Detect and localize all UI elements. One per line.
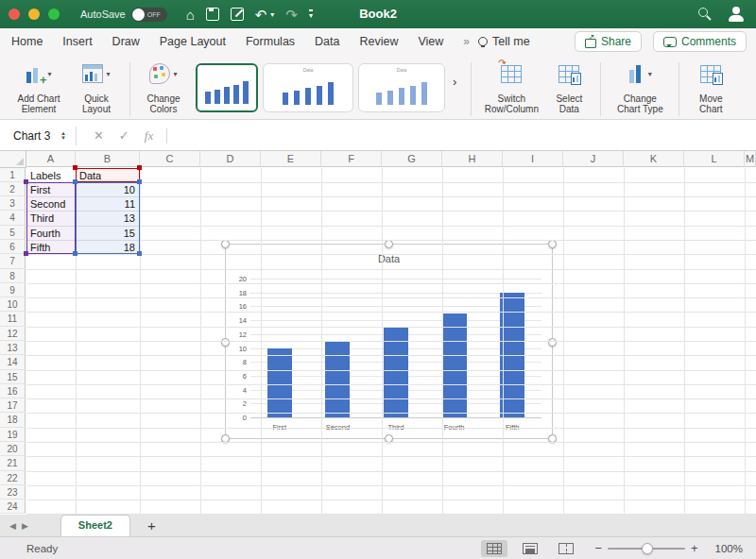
zoom-in-button[interactable]: + [691, 541, 698, 555]
cell-A2[interactable]: First [30, 183, 71, 197]
column-header-M[interactable]: M [745, 151, 756, 167]
comments-button[interactable]: Comments [653, 31, 747, 52]
search-icon[interactable] [698, 8, 713, 22]
column-header-C[interactable]: C [140, 151, 200, 167]
tab-home[interactable]: Home [11, 35, 43, 48]
row-header-2[interactable]: 2 [0, 182, 26, 196]
row-header-19[interactable]: 19 [0, 428, 26, 442]
column-header-E[interactable]: E [261, 151, 321, 167]
cancel-icon[interactable]: ✕ [94, 128, 104, 143]
cell-B3[interactable]: 11 [79, 197, 135, 212]
cell-B2[interactable]: 10 [79, 183, 135, 197]
column-header-B[interactable]: B [76, 151, 140, 167]
row-header-22[interactable]: 22 [0, 471, 26, 485]
range-handle[interactable] [24, 179, 28, 184]
row-header-8[interactable]: 8 [0, 269, 26, 283]
row-header-12[interactable]: 12 [0, 327, 26, 341]
add-sheet-button[interactable]: + [147, 518, 156, 533]
tab-insert[interactable]: Insert [62, 35, 92, 48]
tab-formulas[interactable]: Formulas [246, 35, 295, 48]
range-handle[interactable] [137, 179, 142, 184]
range-handle[interactable] [24, 251, 28, 256]
switch-row-column-button[interactable]: Switch Row/Column [478, 59, 544, 119]
toolbar-overflow-icon[interactable]: ▾ [309, 9, 313, 19]
row-header-3[interactable]: 3 [0, 196, 26, 211]
column-header-L[interactable]: L [684, 151, 745, 167]
cell-B1[interactable]: Data [79, 169, 135, 183]
name-box[interactable]: Chart 3 [13, 129, 57, 143]
minimize-window-button[interactable] [28, 8, 40, 20]
column-header-I[interactable]: I [503, 151, 563, 167]
range-handle[interactable] [73, 251, 77, 256]
zoom-slider[interactable] [608, 548, 685, 550]
column-header-J[interactable]: J [563, 151, 624, 167]
row-header-20[interactable]: 20 [0, 442, 26, 456]
range-handle[interactable] [73, 179, 77, 184]
chart-resize-handle[interactable] [221, 240, 230, 248]
tab-draw[interactable]: Draw [112, 35, 140, 48]
select-data-button[interactable]: Select Data [544, 59, 593, 119]
chart-style-2[interactable]: Data [263, 63, 353, 112]
row-header-23[interactable]: 23 [0, 485, 26, 500]
row-header-4[interactable]: 4 [0, 211, 26, 225]
account-avatar-icon[interactable] [728, 7, 745, 22]
column-header-D[interactable]: D [200, 151, 261, 167]
range-handle[interactable] [137, 251, 142, 256]
home-icon[interactable]: ⌂ [186, 8, 195, 22]
fullscreen-window-button[interactable] [48, 8, 60, 20]
chart-resize-handle[interactable] [385, 240, 393, 248]
close-window-button[interactable] [9, 8, 20, 20]
select-all-corner[interactable] [0, 151, 26, 168]
row-header-16[interactable]: 16 [0, 384, 26, 398]
name-box-stepper[interactable]: ▲ ▼ [60, 131, 66, 141]
row-header-10[interactable]: 10 [0, 297, 26, 312]
row-header-17[interactable]: 17 [0, 398, 26, 413]
worksheet-grid[interactable]: Data 02468101214161820FirstSecondThirdFo… [0, 151, 756, 515]
undo-icon[interactable]: ↶ [255, 8, 267, 22]
cell-A4[interactable]: Third [30, 212, 71, 226]
insert-function-icon[interactable]: fx [145, 128, 153, 144]
column-header-F[interactable]: F [321, 151, 382, 167]
nav-left-icon[interactable]: ◀ [9, 521, 22, 531]
page-break-view-button[interactable] [553, 540, 579, 557]
enter-icon[interactable]: ✓ [119, 128, 129, 143]
row-header-18[interactable]: 18 [0, 413, 26, 427]
quick-layout-button[interactable]: ▾ Quick Layout [70, 59, 123, 119]
row-header-24[interactable]: 24 [0, 500, 26, 514]
column-header-K[interactable]: K [624, 151, 684, 167]
row-header-1[interactable]: 1 [0, 168, 26, 182]
tab-review[interactable]: Review [359, 35, 398, 48]
column-header-A[interactable]: A [26, 151, 76, 167]
zoom-out-button[interactable]: − [594, 541, 602, 555]
column-header-H[interactable]: H [442, 151, 503, 167]
cell-A6[interactable]: Fifth [30, 241, 71, 255]
row-header-21[interactable]: 21 [0, 456, 26, 470]
formula-input[interactable] [167, 121, 756, 150]
tab-view[interactable]: View [418, 35, 443, 48]
chart-bar-first[interactable] [267, 348, 292, 418]
row-header-15[interactable]: 15 [0, 370, 26, 384]
row-header-14[interactable]: 14 [0, 355, 26, 369]
row-header-5[interactable]: 5 [0, 226, 26, 240]
row-header-11[interactable]: 11 [0, 312, 26, 326]
save-icon[interactable] [206, 8, 219, 21]
tell-me-button[interactable]: Tell me [478, 35, 530, 48]
tab-data[interactable]: Data [315, 35, 339, 48]
sheet-tab-sheet2[interactable]: Sheet2 [60, 515, 130, 537]
chart-bar-second[interactable] [325, 341, 350, 417]
change-colors-button[interactable]: ▾ Change Colors [137, 59, 190, 119]
undo-chevron-icon[interactable]: ▾ [270, 10, 274, 19]
chart-bar-fourth[interactable] [442, 313, 467, 417]
share-button[interactable]: Share [575, 31, 642, 52]
stepper-down-icon[interactable]: ▼ [60, 136, 66, 141]
tabs-overflow-icon[interactable]: » [463, 35, 469, 48]
autosave-toggle[interactable]: OFF [131, 8, 167, 22]
row-header-6[interactable]: 6 [0, 240, 26, 254]
row-header-7[interactable]: 7 [0, 254, 26, 268]
chart-style-1-selected[interactable] [196, 63, 258, 112]
chart-resize-handle[interactable] [548, 240, 557, 248]
row-header-9[interactable]: 9 [0, 283, 26, 297]
cell-A5[interactable]: Fourth [30, 227, 71, 241]
change-chart-type-button[interactable]: ▾ Change Chart Type [608, 59, 672, 119]
add-chart-element-button[interactable]: ▾ Add Chart Element [8, 59, 70, 119]
